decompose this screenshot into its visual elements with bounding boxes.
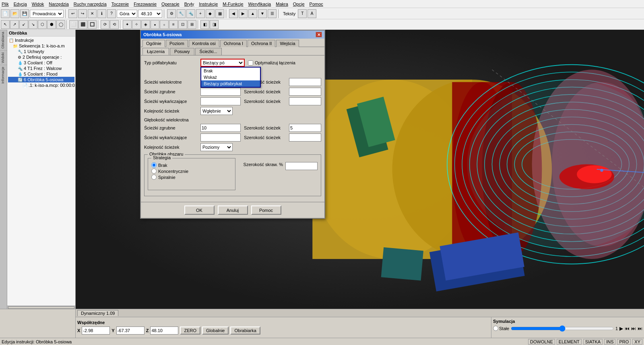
radio-konc-label[interactable]: Koncentrycznie — [151, 168, 232, 174]
tb-btn-3[interactable]: 🔩 — [186, 9, 195, 18]
radio-brak-input[interactable] — [151, 162, 157, 168]
menu-edycja[interactable]: Edycja — [14, 2, 27, 6]
stale-label[interactable]: Stałe — [493, 326, 509, 331]
sim-end-button[interactable]: ⏭ — [638, 326, 642, 331]
tree-item-coolant-flood[interactable]: 💧 5 Coolant : Flood — [8, 71, 74, 77]
status-ins[interactable]: INS — [604, 339, 615, 345]
szerokosc-skraw-input[interactable] — [285, 162, 318, 170]
tb2-btn-21[interactable]: ◧ — [200, 20, 209, 29]
status-siatka[interactable]: SIATKA — [583, 339, 603, 345]
szerokosc3-input[interactable] — [289, 97, 321, 105]
tb2-btn-9[interactable]: ⬛ — [78, 20, 87, 29]
dialog-close-button[interactable]: ✕ — [316, 32, 322, 37]
dropdown-option-brak[interactable]: Brak — [201, 68, 260, 74]
pomoc-button[interactable]: Pomoc — [251, 205, 281, 215]
menu-weryfikacja[interactable]: Weryfikacja — [248, 2, 271, 6]
menu-mfunkcje[interactable]: M-Funkcje — [223, 2, 243, 6]
dialog-title-bar[interactable]: Obróbka 5-osiowa ✕ — [141, 31, 324, 39]
tree-item-coolant-off[interactable]: 💧 3 Coolant : Off — [8, 60, 74, 66]
status-xy[interactable]: XY — [632, 339, 642, 345]
sidebar-obrabiana[interactable]: Obrabiana — [0, 30, 7, 50]
tb-btn-2[interactable]: 🔧 — [177, 9, 186, 18]
tb-btn-13[interactable]: A — [308, 9, 316, 18]
save-button[interactable]: 💾 — [20, 9, 29, 18]
tb2-btn-12[interactable]: ⟲ — [110, 20, 119, 29]
kolejnosc-select[interactable]: Wgłębnie — [200, 107, 233, 115]
tb-btn-6[interactable]: ▦ — [215, 9, 224, 18]
tb2-btn-1[interactable]: ↖ — [1, 20, 10, 29]
tb-btn-11[interactable]: ☰ — [268, 9, 277, 18]
menu-widok[interactable]: Widok — [32, 2, 44, 6]
undo-button[interactable]: ↩ — [68, 9, 77, 18]
menu-instrukcje[interactable]: Instrukcje — [199, 2, 218, 6]
typ-dropdown-popup[interactable]: Brak Wskaż Bieżący półfabrykat — [200, 67, 261, 88]
tb2-btn-13[interactable]: ✦ — [123, 20, 132, 29]
tab-ogolnie[interactable]: Ogólnie — [142, 40, 165, 47]
dropdown-option-wskaz[interactable]: Wskaż — [201, 74, 260, 80]
szerokosc4-input[interactable] — [289, 124, 321, 132]
open-button[interactable]: 📂 — [10, 9, 19, 18]
sidebar-informacje[interactable]: Informacje — [0, 65, 7, 85]
tb2-btn-3[interactable]: ↙ — [19, 20, 28, 29]
x-input[interactable] — [82, 327, 110, 335]
typ-dropdown[interactable]: Bieżący pó — [200, 59, 245, 67]
obrabiarka-button[interactable]: Obrabiarka — [230, 327, 260, 335]
tb-btn-10[interactable]: ▼ — [258, 9, 267, 18]
tb-btn-8[interactable]: ▶ — [239, 9, 248, 18]
tb-btn-4[interactable]: + — [196, 9, 205, 18]
sim-slider[interactable] — [511, 325, 614, 332]
tree-item-obrobka5[interactable]: 🔄 6 Obróbka 5-osiowa — [8, 77, 74, 82]
subtab-laczenia[interactable]: Łączenia — [142, 48, 169, 55]
tree-scrollbar[interactable] — [7, 306, 75, 309]
tb2-btn-14[interactable]: ✧ — [132, 20, 141, 29]
help-button[interactable]: ? — [107, 9, 116, 18]
info-button[interactable]: ℹ — [97, 9, 106, 18]
tree-item-definiuj[interactable]: ⚙ 2 Definiuj operacje : — [8, 54, 74, 60]
menu-makra[interactable]: Makra — [276, 2, 288, 6]
redo-button[interactable]: ↪ — [78, 9, 87, 18]
sim-next-button[interactable]: ⏭ — [631, 326, 636, 331]
menu-frezowanie[interactable]: Frezowanie — [134, 2, 157, 6]
menu-bryly[interactable]: Bryły — [184, 2, 194, 6]
status-element[interactable]: ELEMENT — [557, 339, 582, 345]
menu-opcje[interactable]: Opcje — [293, 2, 305, 6]
dropdown-option-biezacy[interactable]: Bieżący półfabrykat — [201, 80, 260, 87]
optymalizuj-checkbox[interactable] — [248, 60, 253, 66]
y-input[interactable] — [116, 327, 144, 335]
tb-btn-5[interactable]: ◆ — [206, 9, 215, 18]
menu-narzedzia[interactable]: Narzędzia — [49, 2, 69, 6]
sciezki-zgrubne-input[interactable] — [200, 88, 241, 96]
prowadnica-dropdown[interactable]: Prowadnica — [30, 10, 64, 18]
radio-spiral-input[interactable] — [151, 175, 157, 180]
tb-btn-12[interactable]: T — [298, 9, 307, 18]
radio-spiral-label[interactable]: Spiralnie — [151, 175, 232, 180]
subtab-posuwy[interactable]: Posuwy — [170, 48, 194, 55]
tb2-btn-7[interactable]: ◯ — [56, 20, 65, 29]
tb-btn-1[interactable]: ⚙ — [167, 9, 176, 18]
globalnie-button[interactable]: Globalnie — [202, 327, 229, 335]
zoom-dropdown[interactable]: 48.10 — [138, 10, 162, 18]
dynamic-tab[interactable]: Dynamiczny 1.09 — [77, 310, 118, 316]
tab-poziom[interactable]: Poziom — [166, 40, 188, 47]
tb2-btn-16[interactable]: ⬥ — [151, 20, 159, 29]
ok-button[interactable]: OK — [184, 205, 215, 215]
menu-operacje[interactable]: Operacje — [161, 2, 180, 6]
tree-item-instrukcje[interactable]: 📋 Instrukcje — [8, 37, 74, 43]
status-dowolne[interactable]: DOWOLNE — [528, 339, 555, 345]
tb2-btn-4[interactable]: ↘ — [29, 20, 37, 29]
radio-konc-input[interactable] — [151, 168, 157, 174]
sim-play-button[interactable]: ▶ — [619, 326, 623, 331]
tb2-btn-15[interactable]: ◈ — [141, 20, 150, 29]
menu-pomoc[interactable]: Pomoc — [310, 2, 323, 6]
sciezki-wyk-input[interactable] — [200, 97, 241, 105]
view-dropdown[interactable]: Góra — [117, 10, 137, 18]
menu-toczenie[interactable]: Toczenie — [111, 2, 129, 6]
szerokosc5-input[interactable] — [289, 133, 321, 142]
tb2-btn-22[interactable]: ◨ — [210, 20, 219, 29]
tb2-btn-6[interactable]: ⬢ — [47, 20, 56, 29]
kolejnosc2-select[interactable]: Poziomy — [200, 143, 233, 151]
tb2-btn-19[interactable]: ⊡ — [178, 20, 187, 29]
tree-item-uchwyty[interactable]: 🔧 1 Uchwyty — [8, 49, 74, 54]
z-input[interactable] — [150, 327, 178, 335]
menu-ruchy[interactable]: Ruchy narzędzia — [74, 2, 107, 6]
